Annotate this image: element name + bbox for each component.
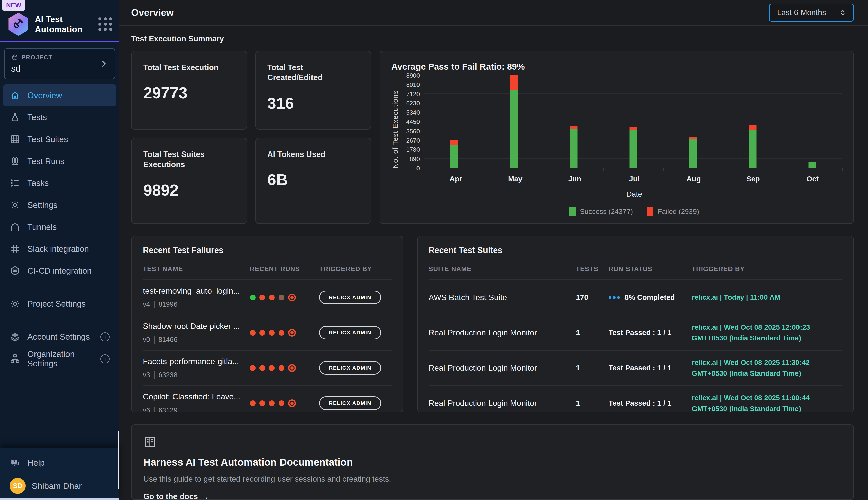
content: Test Execution Summary Total Test Execut… [119, 26, 868, 500]
latest-run-target-icon[interactable] [288, 364, 296, 372]
column-header: SUITE NAME [429, 265, 576, 273]
triggered-by-link[interactable]: relicx.ai | Wed Oct 08 2025 12:00:23 GMT… [692, 322, 842, 344]
app-logo [8, 13, 29, 36]
suites-body: AWS Batch Test Suite1708% Completedrelic… [429, 280, 842, 412]
org-icon [10, 353, 20, 364]
svg-text:?: ? [13, 460, 15, 464]
suite-name-cell[interactable]: Real Production Login Monitor [429, 363, 576, 373]
suites-header-row: SUITE NAMETESTSRUN STATUSTRIGGERED BY [429, 265, 842, 280]
sidebar-item-label: Project Settings [27, 299, 86, 309]
triggered-by-button[interactable]: RELICX ADMIN [319, 326, 381, 340]
latest-run-target-icon[interactable] [288, 399, 296, 407]
vertical-scrollbar-thumb[interactable] [118, 431, 119, 489]
run-status-dot-passed[interactable] [250, 295, 256, 300]
horizontal-scrollbar[interactable] [0, 498, 119, 500]
run-status-dot-failed[interactable] [250, 330, 256, 336]
triggered-by-cell: RELICX ADMIN [319, 326, 391, 340]
table-row[interactable]: Copilot: Classified: Leave...v663129RELI… [143, 385, 391, 412]
test-name-link[interactable]: test-removing_auto_login... [143, 286, 250, 296]
run-status-dot-failed[interactable] [269, 295, 275, 300]
triggered-by-button[interactable]: RELICX ADMIN [319, 361, 381, 375]
gridline [424, 75, 842, 75]
triggered-by-button[interactable]: RELICX ADMIN [319, 396, 381, 410]
sidebar-item-tests[interactable]: Tests [3, 106, 116, 128]
sidebar-item-organization-settings[interactable]: Organization Settingsi [3, 348, 116, 370]
table-row[interactable]: Real Production Login Monitor1Test Passe… [429, 350, 842, 385]
tests-count-cell: 1 [576, 328, 609, 337]
test-id: 63129 [159, 407, 177, 412]
bar-success-segment [809, 162, 817, 168]
y-tick-label: 2670 [407, 137, 420, 144]
pass-fail-chart-card: Average Pass to Fail Ratio: 89% No. of T… [380, 51, 854, 224]
run-status-dot-failed[interactable] [269, 400, 275, 406]
bar-aug[interactable] [689, 137, 697, 168]
sidebar-item-tasks[interactable]: Tasks [3, 172, 116, 194]
y-tick-label: 8010 [407, 81, 420, 89]
table-row[interactable]: Real Production Login Monitor1Test Passe… [429, 315, 842, 350]
table-row[interactable]: AWS Batch Test Suite1708% Completedrelic… [429, 280, 842, 315]
sidebar-item-test-runs[interactable]: Test Runs [3, 150, 116, 172]
triggered-by-link[interactable]: relicx.ai | Wed Oct 08 2025 11:30:42 GMT… [692, 357, 842, 379]
sidebar-item-slack-integration[interactable]: Slack integration [3, 238, 116, 260]
sidebar-item-test-suites[interactable]: Test Suites [3, 128, 116, 150]
sidebar-item-ci-cd-integration[interactable]: CI-CD integration [3, 260, 116, 282]
arrow-right-icon: → [201, 492, 209, 500]
run-status-dot-failed[interactable] [259, 295, 265, 300]
run-status-dot-failed[interactable] [250, 365, 256, 371]
user-menu[interactable]: SD Shibam Dhar [3, 474, 116, 496]
gear-icon [10, 200, 20, 211]
triggered-by-button[interactable]: RELICX ADMIN [319, 291, 381, 304]
run-status-dot-failed[interactable] [279, 365, 284, 371]
suite-name-cell[interactable]: Real Production Login Monitor [429, 328, 576, 338]
sidebar-divider [3, 319, 116, 319]
run-status-dot-failed[interactable] [259, 330, 265, 336]
bar-oct[interactable] [809, 161, 817, 168]
sidebar-item-help[interactable]: ? Help [3, 452, 116, 474]
date-range-select[interactable]: Last 6 Months [769, 3, 854, 22]
sidebar-item-tunnels[interactable]: Tunnels [3, 216, 116, 238]
bar-may[interactable] [510, 75, 518, 168]
test-id: 81466 [159, 336, 177, 344]
layers-icon [10, 331, 20, 342]
sidebar-item-overview[interactable]: Overview [3, 84, 116, 106]
sidebar-item-label: Tunnels [27, 222, 57, 232]
run-status-dot-failed[interactable] [259, 365, 265, 371]
info-icon[interactable]: i [101, 354, 109, 363]
test-name-link[interactable]: Facets-performance-gitla... [143, 357, 250, 366]
sidebar-item-settings[interactable]: Settings [3, 194, 116, 216]
triggered-by-link[interactable]: relicx.ai | Today | 11:00 AM [692, 292, 842, 303]
table-row[interactable]: Facets-performance-gitla...v363238RELICX… [143, 350, 391, 385]
latest-run-target-icon[interactable] [288, 329, 296, 337]
run-status-dot-failed[interactable] [259, 400, 265, 406]
run-status-dot-failed[interactable] [269, 365, 275, 371]
run-status-dot-failed[interactable] [279, 330, 284, 336]
test-name-link[interactable]: Shadow root Date picker ... [143, 321, 250, 331]
docs-link[interactable]: Go to the docs → [143, 492, 209, 500]
suite-name-cell[interactable]: Real Production Login Monitor [429, 399, 576, 408]
run-status-dot-failed[interactable] [250, 400, 256, 406]
chart-title: Average Pass to Fail Ratio: 89% [391, 61, 842, 71]
latest-run-target-icon[interactable] [288, 294, 296, 302]
table-row[interactable]: Real Production Login Monitor1Test Passe… [429, 385, 842, 412]
test-name-cell: Shadow root Date picker ...v081466 [143, 321, 250, 344]
bar-sep[interactable] [749, 125, 757, 168]
sidebar-item-account-settings[interactable]: Account Settingsi [3, 326, 116, 348]
gridline [424, 121, 842, 122]
table-row[interactable]: test-removing_auto_login...v481996RELICX… [143, 280, 391, 315]
test-name-link[interactable]: Copilot: Classified: Leave... [143, 392, 250, 401]
project-selector[interactable]: PROJECT sd [4, 48, 115, 79]
triggered-by-link[interactable]: relicx.ai | Wed Oct 08 2025 11:00:44 GMT… [692, 393, 842, 412]
run-status-dot-failed[interactable] [279, 400, 284, 406]
suite-name-cell[interactable]: AWS Batch Test Suite [429, 293, 576, 302]
bar-jul[interactable] [630, 127, 637, 168]
divider [154, 372, 155, 379]
metric-card-total-test-suites-executions: Total Test Suites Executions9892 [131, 138, 247, 224]
bar-jun[interactable] [570, 125, 577, 168]
info-icon[interactable]: i [101, 332, 109, 341]
run-status-dot-aborted[interactable] [279, 295, 284, 300]
table-row[interactable]: Shadow root Date picker ...v081466RELICX… [143, 315, 391, 350]
run-status-dot-failed[interactable] [269, 330, 275, 336]
bar-apr[interactable] [450, 140, 458, 168]
sidebar-item-project-settings[interactable]: Project Settings [3, 293, 116, 315]
apps-grid-icon[interactable] [98, 18, 112, 31]
